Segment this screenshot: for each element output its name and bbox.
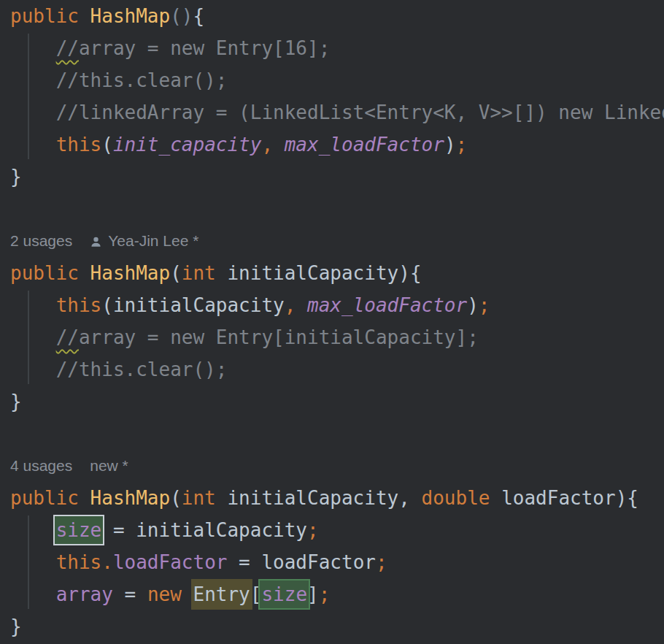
code-token	[10, 101, 56, 123]
code-token: size	[260, 580, 309, 608]
code-token: (	[101, 294, 113, 316]
code-line: //this.clear();	[0, 353, 664, 386]
code-token: ){	[398, 262, 421, 284]
code-token: = loadFactor	[227, 551, 376, 573]
inlay-hint-text: new *	[90, 457, 128, 474]
code-token: public	[10, 487, 90, 509]
code-line: this(init_capacity, max_loadFactor);	[0, 129, 664, 161]
code-token: init_capacity	[113, 134, 262, 156]
code-token: initialCapacity	[227, 487, 398, 509]
code-token: int	[182, 262, 228, 284]
code-token: )	[444, 134, 456, 156]
blank-line	[0, 193, 664, 225]
code-token: ,	[285, 294, 296, 316]
code-token: (	[101, 134, 113, 156]
code-token	[10, 37, 56, 59]
code-token: size	[55, 516, 104, 544]
code-token: //	[56, 326, 79, 348]
code-token: array	[56, 583, 113, 605]
code-token: initialCapacity	[227, 262, 398, 284]
code-token	[273, 134, 285, 156]
code-token	[10, 294, 56, 316]
code-token: HashMap	[90, 5, 171, 27]
code-token: this	[56, 134, 102, 156]
code-token: array = new Entry[initialCapacity];	[79, 326, 479, 348]
code-token: //this.clear();	[56, 359, 228, 380]
code-line: //linkedArray = (LinkedList<Entry<K, V>>…	[0, 96, 664, 129]
code-token: HashMap	[90, 262, 171, 284]
code-token	[10, 519, 56, 541]
code-token: public	[10, 5, 90, 27]
code-token: (	[170, 487, 182, 509]
code-token: array = new Entry[16];	[79, 37, 330, 59]
code-token: }	[10, 166, 22, 188]
blank-line	[0, 418, 664, 450]
code-token: this	[56, 294, 102, 316]
code-token: //this.clear();	[56, 69, 228, 91]
inlay-hint-line: 2 usagesYea-Jin Lee *	[0, 225, 664, 257]
code-editor[interactable]: public HashMap(){ //array = new Entry[16…	[0, 0, 664, 644]
code-token: ()	[170, 5, 193, 27]
code-token: = initialCapacity	[101, 519, 307, 541]
code-line: this(initialCapacity, max_loadFactor);	[0, 289, 664, 321]
code-line: //array = new Entry[initialCapacity];	[0, 321, 664, 353]
code-token: {	[193, 5, 204, 27]
code-token: ,	[398, 487, 421, 509]
code-line: array = new Entry[size];	[0, 578, 664, 610]
code-token: }	[10, 391, 22, 413]
code-token: }	[10, 616, 22, 637]
code-token: //linkedArray = (LinkedList<Entry<K, V>>…	[56, 101, 664, 123]
code-line: //this.clear();	[0, 64, 664, 96]
code-token: ;	[479, 294, 490, 316]
code-token: double	[422, 487, 502, 509]
code-token	[10, 359, 56, 380]
code-line: size = initialCapacity;	[0, 514, 664, 546]
code-token: max_loadFactor	[285, 134, 444, 156]
code-token: public	[10, 262, 90, 284]
code-token: loadFactor	[113, 551, 228, 573]
code-token	[10, 551, 56, 573]
inlay-hint-line: 4 usagesnew *	[0, 450, 664, 482]
code-token	[10, 134, 56, 156]
code-token: HashMap	[90, 487, 171, 509]
code-token: new	[147, 583, 193, 605]
code-token: ;	[319, 583, 331, 605]
code-token: this	[56, 551, 102, 573]
code-token: ,	[261, 134, 273, 156]
code-line: }	[0, 610, 664, 643]
inlay-hint-text: 2 usages	[10, 232, 72, 249]
code-token	[296, 294, 307, 316]
code-line: public HashMap(int initialCapacity){	[0, 257, 664, 289]
code-token: loadFactor	[501, 487, 616, 509]
code-token: ;	[307, 519, 319, 541]
code-line: //array = new Entry[16];	[0, 32, 664, 64]
inlay-hint-text: Yea-Jin Lee *	[108, 232, 198, 249]
code-token: .	[101, 551, 113, 573]
inlay-hint-text: 4 usages	[10, 457, 72, 474]
code-token: ]	[307, 583, 319, 605]
code-token	[10, 583, 56, 605]
code-token: ){	[616, 487, 638, 509]
code-token: ;	[376, 551, 387, 573]
code-token	[10, 69, 56, 91]
code-token: initialCapacity	[113, 294, 285, 316]
code-line: public HashMap(int initialCapacity, doub…	[0, 482, 664, 514]
code-token: )	[467, 294, 479, 316]
code-token: (	[170, 262, 182, 284]
code-line: public HashMap(){	[0, 0, 664, 32]
code-lines-container: public HashMap(){ //array = new Entry[16…	[0, 0, 664, 643]
code-line: }	[0, 386, 664, 418]
user-icon	[90, 227, 102, 259]
code-token: ;	[456, 134, 468, 156]
code-token: int	[182, 487, 228, 509]
code-token: Entry	[191, 579, 252, 610]
code-token	[10, 326, 56, 348]
code-token: //	[56, 37, 79, 59]
code-line: this.loadFactor = loadFactor;	[0, 546, 664, 578]
code-line: }	[0, 161, 664, 193]
code-token: max_loadFactor	[307, 294, 467, 316]
code-token: =	[113, 583, 147, 605]
